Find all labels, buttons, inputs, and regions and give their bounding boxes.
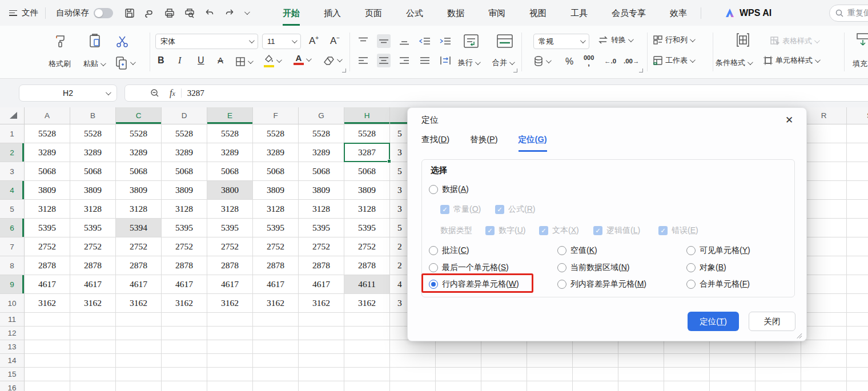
select-all-corner[interactable] [0,107,25,124]
column-header-R[interactable]: R [801,107,847,124]
cell-B13[interactable] [70,340,116,354]
font-size-select[interactable]: 11 [262,34,301,49]
number-group-launcher-icon[interactable] [638,68,643,72]
radio-C[interactable]: 批注(C) [429,245,469,256]
cell-S1[interactable] [847,124,868,143]
top-tab-7[interactable]: 工具 [570,0,588,26]
cell-H10[interactable]: 3162 [344,294,390,313]
cell-F7[interactable]: 2752 [253,237,299,256]
cell-D1[interactable]: 5528 [162,124,207,143]
cell-H2[interactable]: 3287 [344,143,390,162]
cell-G10[interactable]: 3162 [299,294,344,313]
cell-B4[interactable]: 3809 [70,181,116,200]
cell-D10[interactable]: 3162 [162,294,207,313]
undo-icon[interactable] [204,9,215,18]
cell-J15[interactable] [436,368,481,381]
cell-G5[interactable]: 3128 [299,200,344,219]
radio-S[interactable]: 最后一个单元格(S) [429,263,509,273]
cell-A15[interactable] [25,368,70,381]
cell-E10[interactable]: 3162 [207,294,253,313]
cell-R13[interactable] [801,340,847,354]
cell-H8[interactable]: 2878 [344,256,390,275]
column-header-C[interactable]: C [116,107,162,124]
cell-E5[interactable]: 3128 [207,200,253,219]
cell-B16[interactable] [70,381,116,391]
cell-R14[interactable] [801,354,847,368]
cell-A8[interactable]: 2878 [25,256,70,275]
format-painter-button[interactable]: 格式刷 [49,59,71,69]
checkbox-U[interactable]: ✓数字(U) [485,225,525,236]
cell-D5[interactable]: 3128 [162,200,207,219]
cell-H13[interactable] [344,340,390,354]
cell-E16[interactable] [207,381,253,391]
cell-F2[interactable]: 3289 [253,143,299,162]
cell-C16[interactable] [116,381,162,391]
cell-B8[interactable]: 2878 [70,256,116,275]
checkbox-L[interactable]: ✓逻辑值(L) [593,225,640,236]
cell-C10[interactable]: 3162 [116,294,162,313]
cell-H4[interactable]: 3809 [344,181,390,200]
wrap-text-icon[interactable] [463,33,480,49]
cell-D13[interactable] [162,340,207,354]
cell-A2[interactable]: 3289 [25,143,70,162]
column-header-S[interactable]: S [847,107,868,124]
top-tab-0[interactable]: 开始 [283,0,300,26]
cell-G14[interactable] [299,354,344,368]
checkbox-E[interactable]: ✓错误(E) [658,225,698,236]
cell-B6[interactable]: 5395 [70,219,116,237]
cell-D3[interactable]: 5068 [162,162,207,181]
cell-A12[interactable] [25,326,70,340]
cell-D11[interactable] [162,313,207,326]
redo-icon[interactable] [224,9,235,18]
cell-E2[interactable]: 3289 [207,143,253,162]
cell-style-button[interactable]: 单元格样式 [763,55,819,66]
cell-C12[interactable] [116,326,162,340]
top-tab-2[interactable]: 页面 [365,0,382,26]
cell-E14[interactable] [207,354,253,368]
resize-grip[interactable] [796,331,803,338]
row-header-4[interactable]: 4 [0,181,25,200]
cell-H5[interactable]: 3128 [344,200,390,219]
number-format-select[interactable]: 常规 [533,34,589,49]
cell-H14[interactable] [344,354,390,368]
cell-F6[interactable]: 5395 [253,219,299,237]
row-header-16[interactable]: 16 [0,381,25,391]
cell-C2[interactable]: 3289 [116,143,162,162]
cut-icon[interactable] [115,35,129,49]
cell-R9[interactable] [801,275,847,294]
cell-E3[interactable]: 5068 [207,162,253,181]
cell-D2[interactable]: 3289 [162,143,207,162]
strikethrough-icon[interactable]: A [218,55,223,65]
cell-A6[interactable]: 5395 [25,219,70,237]
cell-R4[interactable] [801,181,847,200]
cell-S4[interactable] [847,181,868,200]
row-header-5[interactable]: 5 [0,200,25,219]
cell-E13[interactable] [207,340,253,354]
cell-C11[interactable] [116,313,162,326]
cell-H6[interactable]: 5395 [344,219,390,237]
cell-B5[interactable]: 3128 [70,200,116,219]
cell-C4[interactable]: 3809 [116,181,162,200]
column-header-D[interactable]: D [162,107,207,124]
cell-O15[interactable] [664,368,710,381]
cell-F13[interactable] [253,340,299,354]
cell-H7[interactable]: 2752 [344,237,390,256]
convert-button[interactable]: 转换 [597,35,632,45]
cell-F4[interactable]: 3809 [253,181,299,200]
italic-button[interactable]: I [178,55,181,66]
table-style-button[interactable]: 表格样式 [770,36,818,46]
cell-R8[interactable] [801,256,847,275]
cell-N13[interactable] [618,340,664,354]
cell-D9[interactable]: 4617 [162,275,207,294]
cell-S12[interactable] [847,326,868,340]
row-header-8[interactable]: 8 [0,256,25,275]
cell-E11[interactable] [207,313,253,326]
cell-R5[interactable] [801,200,847,219]
zoom-out-icon[interactable] [150,88,159,98]
cell-G1[interactable]: 5528 [299,124,344,143]
cell-O14[interactable] [664,354,710,368]
goto-button[interactable]: 定位(T) [688,312,739,331]
cell-Q14[interactable] [756,354,801,368]
cell-H3[interactable]: 5068 [344,162,390,181]
text-orientation-icon[interactable] [439,54,452,67]
